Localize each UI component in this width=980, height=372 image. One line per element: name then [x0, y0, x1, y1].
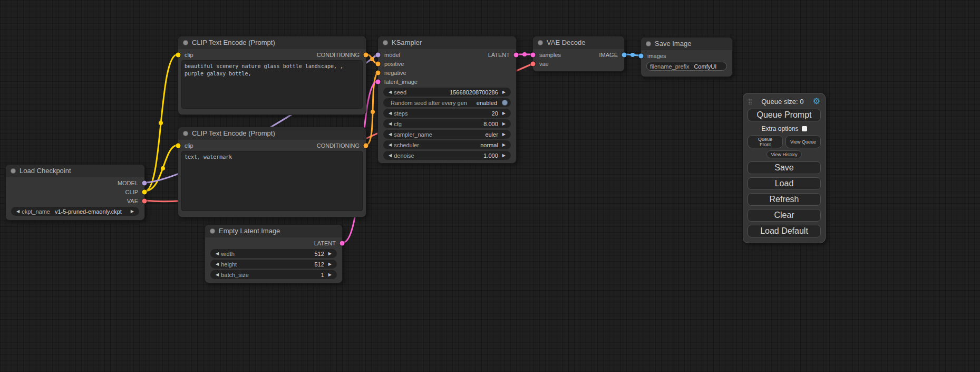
widget-value: euler [485, 131, 500, 138]
node-title-bar[interactable]: CLIP Text Encode (Prompt) [178, 127, 366, 140]
positive-prompt-textarea[interactable]: beautiful scenery nature glass bottle la… [181, 60, 363, 109]
output-slot-clip: CLIP [6, 187, 144, 196]
collapse-dot[interactable] [210, 228, 215, 234]
collapse-dot[interactable] [538, 40, 543, 45]
node-empty-latent-image[interactable]: Empty Latent Image LATENT ◀ width 512 ▶ … [205, 224, 343, 283]
decrement-arrow-icon[interactable]: ◀ [214, 251, 221, 256]
output-dot-model[interactable] [142, 180, 147, 185]
node-title-bar[interactable]: CLIP Text Encode (Prompt) [178, 36, 366, 49]
slot-label: clip [185, 52, 193, 58]
view-queue-button[interactable]: View Queue [785, 135, 821, 148]
collapse-dot[interactable] [11, 168, 16, 174]
increment-arrow-icon[interactable]: ▶ [500, 142, 508, 147]
input-dot-model[interactable] [376, 52, 381, 57]
extra-options-checkbox[interactable] [802, 126, 807, 131]
increment-arrow-icon[interactable]: ▶ [129, 209, 136, 214]
slot-label: MODEL [118, 180, 138, 186]
ckpt-name-widget[interactable]: ◀ ckpt_name v1-5-pruned-emaonly.ckpt ▶ [11, 207, 139, 216]
clear-button[interactable]: Clear [748, 209, 821, 222]
queue-menu-panel[interactable]: ⣿ Queue size: 0 ⚙ Queue Prompt Extra opt… [743, 93, 826, 243]
output-dot-vae[interactable] [142, 198, 147, 203]
node-title-bar[interactable]: VAE Decode [533, 36, 624, 49]
batch-size-widget[interactable]: ◀ batch_size 1 ▶ [210, 270, 337, 279]
output-dot-conditioning[interactable] [364, 143, 368, 148]
input-dot-clip[interactable] [176, 143, 181, 148]
input-dot-samples[interactable] [531, 52, 536, 57]
wire-midpoint-dot [630, 53, 635, 57]
decrement-arrow-icon[interactable]: ◀ [386, 153, 394, 158]
collapse-dot[interactable] [646, 41, 651, 46]
load-button[interactable]: Load [748, 177, 821, 190]
node-load-checkpoint[interactable]: Load Checkpoint MODEL CLIP VAE ◀ ckpt_na… [5, 164, 145, 221]
node-title-bar[interactable]: KSampler [378, 36, 516, 49]
decrement-arrow-icon[interactable]: ◀ [386, 90, 394, 94]
increment-arrow-icon[interactable]: ▶ [326, 251, 334, 256]
toggle-dot[interactable] [502, 100, 508, 106]
wire-midpoint-dot [159, 121, 163, 125]
wire-midpoint-dot [371, 110, 375, 114]
widget-value: 156680208700286 [450, 89, 500, 96]
input-dot-vae[interactable] [531, 61, 536, 66]
increment-arrow-icon[interactable]: ▶ [326, 262, 334, 266]
queue-front-button[interactable]: Queue Front [748, 135, 783, 148]
decrement-arrow-icon[interactable]: ◀ [386, 142, 394, 147]
increment-arrow-icon[interactable]: ▶ [500, 132, 508, 137]
output-dot-conditioning[interactable] [364, 52, 368, 57]
node-clip-text-encode-positive[interactable]: CLIP Text Encode (Prompt) clip CONDITION… [178, 36, 366, 115]
input-dot-latent-image[interactable] [376, 79, 381, 84]
input-dot-positive[interactable] [376, 61, 381, 66]
width-widget[interactable]: ◀ width 512 ▶ [210, 249, 337, 258]
collapse-dot[interactable] [183, 40, 188, 45]
node-vae-decode[interactable]: VAE Decode samples IMAGE vae [532, 36, 625, 72]
load-default-button[interactable]: Load Default [748, 225, 821, 237]
queue-prompt-button[interactable]: Queue Prompt [748, 109, 821, 121]
node-title-bar[interactable]: Empty Latent Image [205, 225, 342, 237]
decrement-arrow-icon[interactable]: ◀ [386, 111, 394, 116]
seed-widget[interactable]: ◀ seed 156680208700286 ▶ [383, 88, 511, 97]
drag-handle-icon[interactable]: ⣿ [748, 98, 752, 105]
node-title-bar[interactable]: Save Image [641, 37, 732, 50]
increment-arrow-icon[interactable]: ▶ [500, 90, 508, 94]
extra-options-label: Extra options [761, 125, 798, 132]
node-save-image[interactable]: Save Image images filename_prefix ComfyU… [641, 37, 733, 77]
input-dot-images[interactable] [639, 53, 644, 58]
queue-actions-row: Queue Front View Queue [748, 135, 821, 148]
decrement-arrow-icon[interactable]: ◀ [14, 209, 22, 214]
output-dot-latent[interactable] [514, 52, 519, 57]
increment-arrow-icon[interactable]: ▶ [500, 111, 508, 116]
input-slot-positive: positive [378, 59, 516, 68]
decrement-arrow-icon[interactable]: ◀ [214, 272, 221, 277]
denoise-widget[interactable]: ◀ denoise 1.000 ▶ [383, 151, 511, 160]
sampler-name-widget[interactable]: ◀ sampler_name euler ▶ [383, 130, 511, 139]
node-clip-text-encode-negative[interactable]: CLIP Text Encode (Prompt) clip CONDITION… [178, 127, 366, 217]
height-widget[interactable]: ◀ height 512 ▶ [210, 260, 337, 269]
wire-midpoint-dot [370, 57, 374, 61]
negative-prompt-textarea[interactable]: text, watermark [181, 151, 363, 211]
increment-arrow-icon[interactable]: ▶ [500, 153, 508, 158]
output-dot-clip[interactable] [142, 189, 147, 194]
decrement-arrow-icon[interactable]: ◀ [214, 262, 221, 266]
scheduler-widget[interactable]: ◀ scheduler normal ▶ [383, 140, 511, 149]
random-seed-toggle-widget[interactable]: Random seed after every gen enabled [383, 98, 511, 107]
decrement-arrow-icon[interactable]: ◀ [386, 132, 394, 137]
save-button[interactable]: Save [748, 161, 821, 174]
view-history-button[interactable]: View History [766, 150, 802, 158]
increment-arrow-icon[interactable]: ▶ [500, 121, 508, 126]
node-ksampler[interactable]: KSampler model LATENT positive negative … [377, 36, 517, 164]
output-dot-image[interactable] [622, 52, 627, 57]
steps-widget[interactable]: ◀ steps 20 ▶ [383, 109, 511, 118]
increment-arrow-icon[interactable]: ▶ [326, 272, 334, 277]
node-title-bar[interactable]: Load Checkpoint [6, 165, 144, 177]
input-dot-clip[interactable] [176, 52, 181, 57]
decrement-arrow-icon[interactable]: ◀ [386, 121, 394, 126]
input-dot-negative[interactable] [376, 70, 381, 75]
output-dot-latent[interactable] [340, 241, 345, 245]
collapse-dot[interactable] [183, 131, 188, 136]
collapse-dot[interactable] [383, 40, 388, 45]
refresh-button[interactable]: Refresh [748, 193, 821, 206]
node-title: CLIP Text Encode (Prompt) [192, 129, 275, 137]
node-graph-canvas[interactable]: Load Checkpoint MODEL CLIP VAE ◀ ckpt_na… [0, 0, 980, 372]
settings-gear-icon[interactable]: ⚙ [813, 97, 820, 106]
filename-prefix-widget[interactable]: filename_prefix ComfyUI [646, 62, 727, 71]
cfg-widget[interactable]: ◀ cfg 8.000 ▶ [383, 119, 511, 128]
